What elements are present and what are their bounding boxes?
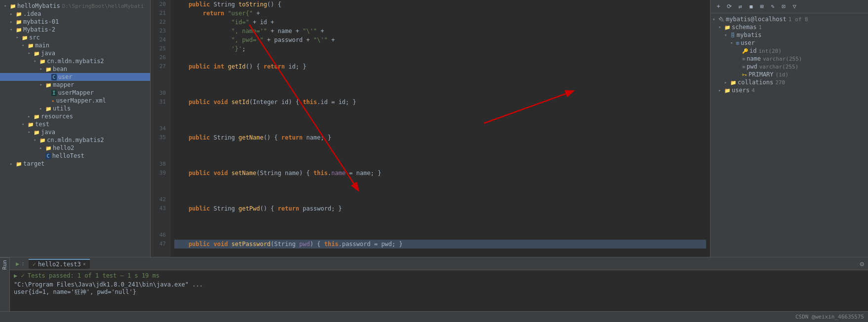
db-col-id[interactable]: 🔑 id int(20) [710, 47, 868, 55]
resources-label: resources [41, 113, 73, 120]
db-sync-button[interactable]: ⇄ [735, 1, 745, 11]
hello2-label: hello2 [53, 144, 74, 151]
run-tab-close[interactable]: × [83, 261, 86, 267]
run-vertical-label[interactable]: Run [0, 258, 9, 272]
root-arrow [4, 3, 10, 8]
usermapper-label: userMapper [58, 89, 94, 96]
sidebar-item-utils[interactable]: 📁 utils [0, 105, 150, 112]
db-table-button[interactable]: ⊞ [757, 1, 767, 11]
db-stop-button[interactable]: ◼ [746, 1, 756, 11]
run-tab-hello2test3[interactable]: ✓ hello2.test3 × [29, 259, 90, 269]
test-icon: 📁 [28, 122, 34, 127]
watermark-text: CSDN @weixin_46635575 [795, 314, 864, 320]
db-add-button[interactable]: + [713, 1, 723, 11]
users-label: users [732, 87, 750, 94]
sidebar-item-target[interactable]: 📁 target [0, 160, 150, 168]
db-schemas[interactable]: 📁 schemas 1 [710, 23, 868, 31]
testjava-label: java [41, 129, 55, 136]
db-primary-key[interactable]: 🗝 PRIMARY (id) [710, 71, 868, 78]
code-line-24: ", pwd='" + password + "\'" + [174, 36, 706, 44]
utils-label: utils [53, 105, 71, 112]
sidebar-item-mybatis01[interactable]: 📁 mybatis-01 [0, 18, 150, 26]
test-arrow [22, 122, 28, 127]
code-line-28 [174, 71, 706, 80]
src-icon: 📁 [22, 35, 28, 40]
mybatis01-arrow [10, 19, 16, 24]
bottom-run-area: Run ▶ : ✓ hello2.test3 × ⚙ ▶ [0, 257, 868, 311]
mybatis-schema-icon: 🗄 [730, 33, 735, 38]
test-label: test [35, 121, 49, 128]
sidebar-item-idea[interactable]: 📁 .idea [0, 10, 150, 18]
sidebar-item-mybatis2[interactable]: 📁 Mybatis-2 [0, 26, 150, 34]
pk-icon: 🗝 [742, 72, 747, 77]
mybatis01-icon: 📁 [16, 19, 22, 25]
sidebar-item-usermapper-xml[interactable]: ✦ userMapper.xml [0, 97, 150, 105]
db-toolbar: + ⟳ ⇄ ◼ ⊞ ✎ ⊡ ▽ [710, 0, 868, 13]
code-content[interactable]: public String toString() { return "user{… [170, 0, 710, 257]
db-edit-button[interactable]: ✎ [768, 1, 778, 11]
idea-icon: 📁 [16, 11, 22, 17]
db-user-table[interactable]: ⊞ user [710, 39, 868, 47]
pkg-icon: 📁 [39, 59, 45, 64]
sidebar-item-hellotest[interactable]: C helloTest [0, 152, 150, 160]
db-col-name[interactable]: ≡ name varchar(255) [710, 55, 868, 63]
xml-icon: ✦ [51, 98, 55, 104]
schemas-icon: 📁 [724, 25, 730, 30]
sidebar-item-resources[interactable]: 📁 resources [0, 112, 150, 120]
col-id-icon: 🔑 [742, 48, 748, 54]
sidebar-item-src[interactable]: 📁 src [0, 34, 150, 41]
target-arrow [10, 161, 16, 166]
db-users[interactable]: 📁 users 4 [710, 86, 868, 94]
sidebar-item-hello2[interactable]: 📁 hello2 [0, 144, 150, 152]
conn-icon: 🔌 [718, 17, 724, 22]
sidebar-item-main[interactable]: 📁 main [0, 41, 150, 49]
bottom-gear-button[interactable]: ⚙ [860, 260, 864, 268]
sidebar-item-mapper[interactable]: 📁 mapper [0, 81, 150, 89]
db-refresh-button[interactable]: ⟳ [724, 1, 734, 11]
db-connection[interactable]: 🔌 mybatis@localhost 1 of 8 [710, 15, 868, 23]
sidebar-item-usermapper[interactable]: I userMapper [0, 89, 150, 97]
resources-arrow [28, 114, 34, 119]
sidebar-item-test[interactable]: 📁 test [0, 120, 150, 128]
user-class-icon: C [51, 74, 57, 80]
xml-label: userMapper.xml [56, 97, 106, 104]
code-line-31: public void setId(Integer id) { this.id … [174, 98, 706, 107]
code-line-47: public void setPassword(String pwd) { th… [174, 240, 706, 249]
sidebar-item-testpkg[interactable]: 📁 cn.mldn.mybatis2 [0, 136, 150, 144]
code-container[interactable]: 20 21 22 23 24 25 26 27 30 31 34 35 38 [151, 0, 710, 257]
code-line-23: ", name='" + name + "\'" + [174, 27, 706, 36]
code-line-42 [174, 195, 706, 204]
utils-icon: 📁 [45, 106, 51, 111]
sidebar-item-test-java[interactable]: 📁 java [0, 128, 150, 136]
pkg-label: cn.mldn.mybatis2 [47, 58, 104, 65]
db-col-pwd[interactable]: ≡ pwd varchar(255) [710, 63, 868, 71]
bottom-content-area: ▶ : ✓ hello2.test3 × ⚙ ▶ ✓ Tests passed:… [10, 257, 868, 311]
mybatis01-label: mybatis-01 [23, 18, 59, 25]
code-line-33 [174, 115, 706, 124]
sidebar-item-java[interactable]: 📁 java [0, 49, 150, 57]
mapper-label: mapper [53, 81, 74, 88]
output-line2-text: user{id=1, name='狂神', pwd='null'} [14, 288, 136, 295]
output-line1-text: "C:\Program Files\Java\jdk1.8.0_241\bin\… [14, 281, 203, 288]
db-filter-button[interactable]: ▽ [789, 1, 799, 11]
col-pwd-label: pwd [747, 63, 757, 70]
project-name: helloMybatis [17, 2, 60, 9]
code-line-45 [174, 222, 706, 231]
sidebar-item-package[interactable]: 📁 cn.mldn.mybatis2 [0, 57, 150, 65]
hellotest-label: helloTest [52, 152, 84, 159]
idea-arrow [10, 11, 16, 16]
db-collations[interactable]: 📁 collations 270 [710, 78, 868, 86]
project-root[interactable]: 📁 helloMybatis D:\SpringBoot\helloMybati [0, 2, 150, 10]
bottom-output[interactable]: ▶ ✓ Tests passed: 1 of 1 test – 1 s 19 m… [10, 270, 868, 311]
user-label: user [58, 73, 73, 80]
sidebar-item-bean[interactable]: 📁 bean [0, 65, 150, 73]
sidebar-item-user[interactable]: C user [0, 73, 150, 81]
pk-cols: (id) [776, 72, 789, 78]
code-line-26 [174, 53, 706, 62]
code-line-27: public int getId() { return id; } [174, 62, 706, 71]
collations-badge: 270 [775, 79, 785, 86]
testjava-icon: 📁 [34, 130, 39, 135]
db-view-button[interactable]: ⊡ [779, 1, 789, 11]
db-mybatis-schema[interactable]: 🗄 mybatis [710, 31, 868, 39]
main-folder-icon: 📁 [28, 43, 34, 48]
